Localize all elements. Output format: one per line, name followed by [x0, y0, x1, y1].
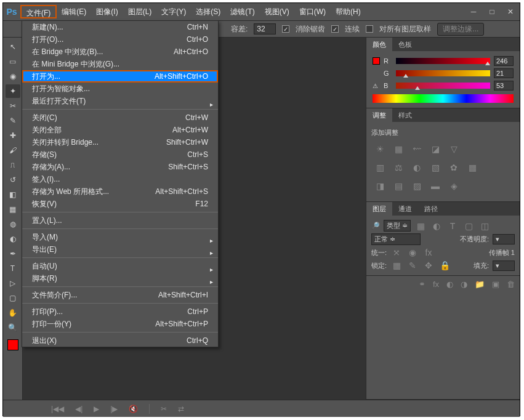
- menu-type[interactable]: 文字(Y): [156, 5, 191, 18]
- menu-item[interactable]: 导入(M): [22, 231, 218, 243]
- tab-channels[interactable]: 通道: [392, 202, 418, 216]
- play-icon[interactable]: ▶: [94, 405, 99, 413]
- hue-icon[interactable]: ▥: [374, 162, 386, 173]
- contiguous-checkbox[interactable]: [331, 25, 339, 33]
- all-layers-checkbox[interactable]: [366, 25, 373, 33]
- menu-select[interactable]: 选择(S): [191, 5, 225, 18]
- menu-item[interactable]: 退出(X)Ctrl+Q: [22, 334, 218, 347]
- menu-item[interactable]: 关闭全部Alt+Ctrl+W: [22, 124, 218, 136]
- threshold-icon[interactable]: ▨: [411, 180, 423, 192]
- brightness-icon[interactable]: ☀: [374, 143, 386, 155]
- lasso-tool[interactable]: ◉: [6, 70, 20, 83]
- menu-item[interactable]: 打开(O)...Ctrl+O: [22, 33, 218, 46]
- blend-mode-select[interactable]: 正常 ≑: [371, 233, 421, 245]
- transition-icon[interactable]: ⇄: [178, 405, 184, 413]
- menu-item[interactable]: 自动(U): [22, 260, 218, 272]
- vibrance-icon[interactable]: ▽: [448, 143, 460, 155]
- brush-tool[interactable]: 🖌: [6, 143, 20, 157]
- opacity-input[interactable]: ▾: [493, 234, 515, 244]
- tab-adjustments[interactable]: 调整: [366, 108, 392, 122]
- trash-icon[interactable]: 🗑: [507, 280, 515, 289]
- filter-adjust-icon[interactable]: ◐: [430, 220, 443, 232]
- menu-item[interactable]: 打开为...Alt+Shift+Ctrl+O: [22, 70, 218, 83]
- tolerance-input[interactable]: [254, 23, 276, 34]
- menu-item[interactable]: 最近打开文件(T): [22, 95, 218, 107]
- photo-filter-icon[interactable]: ▧: [429, 162, 441, 173]
- link-layers-icon[interactable]: ⚭: [419, 280, 425, 289]
- menu-item[interactable]: 新建(N)...Ctrl+N: [22, 21, 218, 33]
- menu-help[interactable]: 帮助(H): [331, 5, 366, 18]
- unify-vis-icon[interactable]: ◉: [406, 247, 419, 258]
- menu-item[interactable]: 文件简介(F)...Alt+Shift+Ctrl+I: [22, 289, 218, 301]
- menu-item[interactable]: 打印一份(Y)Alt+Shift+Ctrl+P: [22, 318, 218, 330]
- lock-pixel-icon[interactable]: ✎: [406, 260, 419, 271]
- layer-filter-kind[interactable]: 类型 ≑: [384, 220, 411, 232]
- zoom-tool[interactable]: 🔍: [6, 321, 20, 334]
- color-ramp[interactable]: [373, 94, 514, 103]
- gradient-map-icon[interactable]: ▬: [429, 180, 441, 192]
- pen-tool[interactable]: ✒: [6, 247, 20, 260]
- maximize-button[interactable]: □: [483, 5, 501, 18]
- menu-item[interactable]: 关闭(C)Ctrl+W: [22, 111, 218, 124]
- tab-color[interactable]: 颜色: [366, 38, 392, 51]
- balance-icon[interactable]: ⚖: [392, 162, 405, 173]
- split-icon[interactable]: ✂: [161, 405, 167, 413]
- gradient-tool[interactable]: ▦: [6, 203, 20, 216]
- history-brush-tool[interactable]: ↺: [6, 173, 20, 187]
- menu-item[interactable]: 存储(S)Ctrl+S: [22, 148, 218, 161]
- menu-item[interactable]: 签入(I)...: [22, 173, 218, 185]
- filter-pixel-icon[interactable]: ▦: [414, 220, 427, 232]
- close-button[interactable]: ✕: [501, 5, 520, 18]
- lookup-icon[interactable]: ▦: [466, 162, 478, 173]
- filter-type-icon[interactable]: T: [446, 220, 459, 232]
- hand-tool[interactable]: ✋: [6, 306, 20, 320]
- mask-icon[interactable]: ◐: [446, 280, 453, 289]
- b-value[interactable]: 53: [494, 81, 514, 91]
- fx-icon[interactable]: fx: [433, 280, 439, 289]
- fill-input[interactable]: ▾: [493, 260, 515, 271]
- menu-item[interactable]: 存储为 Web 所用格式...Alt+Shift+Ctrl+S: [22, 185, 218, 198]
- menu-item[interactable]: 恢复(V)F12: [22, 198, 218, 210]
- audio-icon[interactable]: 🔇: [129, 405, 138, 413]
- refine-edge-button[interactable]: 调整边缘...: [437, 23, 484, 36]
- tab-layers[interactable]: 图层: [366, 202, 392, 216]
- lock-trans-icon[interactable]: ▦: [390, 260, 403, 271]
- foreground-color[interactable]: [7, 339, 18, 350]
- menu-window[interactable]: 窗口(W): [294, 5, 331, 18]
- bw-icon[interactable]: ◐: [411, 162, 423, 173]
- menu-edit[interactable]: 编辑(E): [57, 5, 91, 18]
- filter-smart-icon[interactable]: ◫: [478, 220, 491, 232]
- path-select-tool[interactable]: ▷: [6, 277, 20, 290]
- mixer-icon[interactable]: ✿: [448, 162, 460, 173]
- menu-item[interactable]: 存储为(A)...Shift+Ctrl+S: [22, 161, 218, 173]
- menu-item[interactable]: 打开为智能对象...: [22, 83, 218, 95]
- menu-item[interactable]: 脚本(R): [22, 272, 218, 285]
- menu-file[interactable]: 文件(F): [20, 5, 57, 18]
- menu-view[interactable]: 视图(V): [260, 5, 294, 18]
- unify-pos-icon[interactable]: ⤧: [390, 247, 403, 258]
- crop-tool[interactable]: ✂: [6, 99, 20, 113]
- shape-tool[interactable]: ▢: [6, 291, 20, 305]
- next-frame-icon[interactable]: |▶: [110, 405, 118, 413]
- stamp-tool[interactable]: ⎍: [6, 158, 20, 172]
- menu-item[interactable]: 在 Bridge 中浏览(B)...Alt+Ctrl+O: [22, 46, 218, 58]
- menu-item[interactable]: 打印(P)...Ctrl+P: [22, 305, 218, 318]
- invert-icon[interactable]: ◨: [374, 180, 386, 192]
- eraser-tool[interactable]: ◧: [6, 188, 20, 201]
- color-swatch[interactable]: [373, 57, 380, 65]
- exposure-icon[interactable]: ◪: [429, 143, 441, 155]
- menu-item[interactable]: 置入(L)...: [22, 214, 218, 227]
- marquee-tool[interactable]: ▭: [6, 55, 20, 68]
- g-value[interactable]: 21: [494, 68, 514, 78]
- filter-shape-icon[interactable]: ▢: [462, 220, 475, 232]
- tab-paths[interactable]: 路径: [418, 202, 444, 216]
- magic-wand-tool[interactable]: ✦: [6, 84, 20, 98]
- new-layer-icon[interactable]: ▣: [492, 280, 499, 289]
- tab-styles[interactable]: 样式: [392, 108, 418, 122]
- posterize-icon[interactable]: ▤: [392, 180, 405, 192]
- unify-style-icon[interactable]: fx: [422, 247, 435, 258]
- levels-icon[interactable]: ▦: [392, 143, 405, 155]
- tab-swatches[interactable]: 色板: [392, 38, 418, 51]
- type-tool[interactable]: T: [6, 262, 20, 275]
- adjustment-layer-icon[interactable]: ◑: [461, 280, 467, 289]
